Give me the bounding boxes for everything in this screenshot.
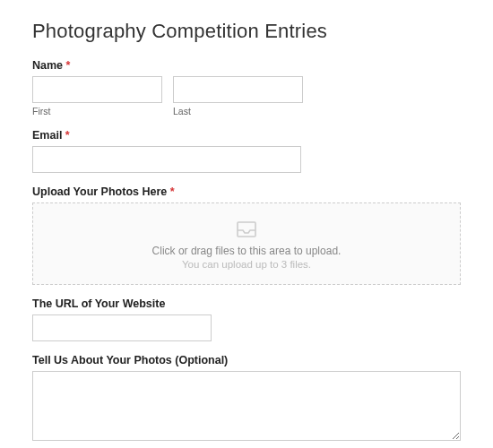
name-label: Name *: [32, 59, 461, 72]
dropzone-secondary-text: You can upload up to 3 files.: [42, 259, 451, 270]
name-required-mark: *: [66, 59, 71, 72]
first-name-sublabel: First: [32, 106, 162, 116]
dropzone-primary-text: Click or drag files to this area to uplo…: [42, 245, 451, 257]
name-field: Name * First Last: [32, 59, 461, 116]
email-required-mark: *: [65, 129, 70, 142]
last-name-input[interactable]: [173, 76, 303, 103]
email-label-text: Email: [32, 129, 62, 142]
about-field: Tell Us About Your Photos (Optional): [32, 354, 461, 444]
url-field: The URL of Your Website: [32, 297, 461, 341]
about-label: Tell Us About Your Photos (Optional): [32, 354, 461, 366]
url-label: The URL of Your Website: [32, 297, 461, 310]
about-textarea[interactable]: [32, 371, 461, 441]
upload-dropzone[interactable]: Click or drag files to this area to uplo…: [32, 202, 461, 285]
email-label: Email *: [32, 129, 461, 142]
name-label-text: Name: [32, 59, 63, 72]
url-input[interactable]: [32, 314, 212, 341]
first-name-col: First: [32, 76, 162, 116]
page-title: Photography Competition Entries: [32, 20, 461, 43]
inbox-icon: [236, 220, 257, 239]
last-name-col: Last: [173, 76, 303, 116]
upload-label: Upload Your Photos Here *: [32, 185, 461, 198]
email-input[interactable]: [32, 146, 301, 173]
upload-required-mark: *: [170, 185, 175, 198]
last-name-sublabel: Last: [173, 106, 303, 116]
name-row: First Last: [32, 76, 461, 116]
first-name-input[interactable]: [32, 76, 162, 103]
upload-field: Upload Your Photos Here * Click or drag …: [32, 185, 461, 285]
upload-label-text: Upload Your Photos Here: [32, 185, 167, 198]
email-field: Email *: [32, 129, 461, 173]
